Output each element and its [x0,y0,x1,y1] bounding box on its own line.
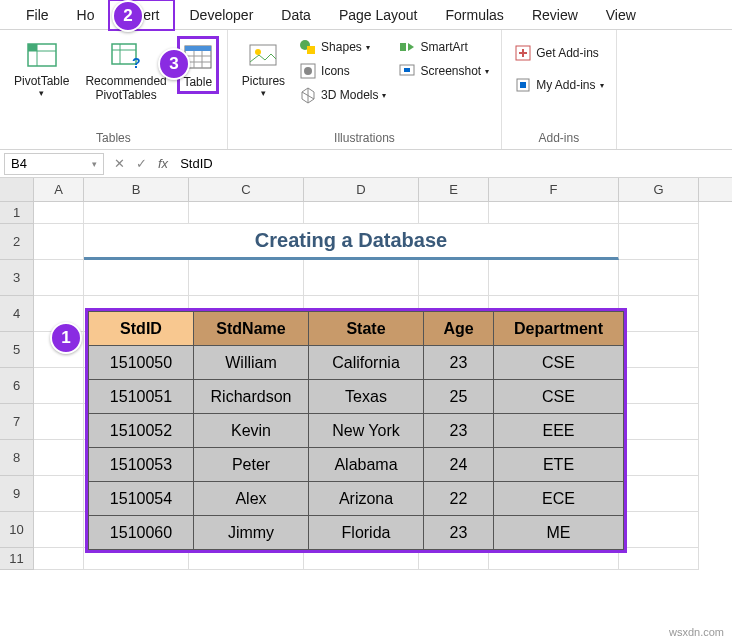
smartart-button[interactable]: SmartArt [394,36,493,58]
tab-review[interactable]: Review [518,1,592,29]
row-header-2[interactable]: 2 [0,224,34,260]
tab-view[interactable]: View [592,1,650,29]
table-cell[interactable]: 1510054 [89,482,194,516]
col-header-B[interactable]: B [84,178,189,201]
col-header-A[interactable]: A [34,178,84,201]
cell-A10[interactable] [34,512,84,548]
col-header-E[interactable]: E [419,178,489,201]
icons-button[interactable]: Icons [295,60,390,82]
table-cell[interactable]: Jimmy [194,516,309,550]
cell-A2[interactable] [34,224,84,260]
cancel-icon[interactable]: ✕ [108,153,130,175]
table-cell[interactable]: Arizona [309,482,424,516]
get-addins-button[interactable]: Get Add-ins [510,42,607,64]
cell-E3[interactable] [419,260,489,296]
cell-G8[interactable] [619,440,699,476]
cell-A9[interactable] [34,476,84,512]
cell-A6[interactable] [34,368,84,404]
cell-E1[interactable] [419,202,489,224]
table-cell[interactable]: Richardson [194,380,309,414]
cell-B3[interactable] [84,260,189,296]
cell-G4[interactable] [619,296,699,332]
row-header-7[interactable]: 7 [0,404,34,440]
row-header-4[interactable]: 4 [0,296,34,332]
table-cell[interactable]: 1510052 [89,414,194,448]
table-header-department[interactable]: Department [494,312,624,346]
table-cell[interactable]: 1510051 [89,380,194,414]
name-box[interactable]: B4 ▾ [4,153,104,175]
cell-G7[interactable] [619,404,699,440]
table-cell[interactable]: CSE [494,380,624,414]
shapes-button[interactable]: Shapes ▾ [295,36,390,58]
cell-G2[interactable] [619,224,699,260]
row-header-9[interactable]: 9 [0,476,34,512]
row-header-8[interactable]: 8 [0,440,34,476]
table-cell[interactable]: 23 [424,346,494,380]
table-header-state[interactable]: State [309,312,424,346]
table-cell[interactable]: Texas [309,380,424,414]
row-header-1[interactable]: 1 [0,202,34,224]
table-cell[interactable]: William [194,346,309,380]
cell-G11[interactable] [619,548,699,570]
select-all-corner[interactable] [0,178,34,201]
cell-A1[interactable] [34,202,84,224]
cell-A11[interactable] [34,548,84,570]
tab-ho[interactable]: Ho [63,1,109,29]
table-cell[interactable]: 22 [424,482,494,516]
cell-D3[interactable] [304,260,419,296]
cell-D1[interactable] [304,202,419,224]
table-cell[interactable]: 1510060 [89,516,194,550]
cell-G10[interactable] [619,512,699,548]
table-cell[interactable]: 1510053 [89,448,194,482]
table-cell[interactable]: Peter [194,448,309,482]
col-header-C[interactable]: C [189,178,304,201]
row-header-10[interactable]: 10 [0,512,34,548]
table-cell[interactable]: CSE [494,346,624,380]
table-header-stdname[interactable]: StdName [194,312,309,346]
table-cell[interactable]: 25 [424,380,494,414]
cell-C1[interactable] [189,202,304,224]
enter-icon[interactable]: ✓ [130,153,152,175]
cell-A3[interactable] [34,260,84,296]
tab-data[interactable]: Data [267,1,325,29]
table-cell[interactable]: ME [494,516,624,550]
table-cell[interactable]: 1510050 [89,346,194,380]
col-header-G[interactable]: G [619,178,699,201]
screenshot-button[interactable]: Screenshot ▾ [394,60,493,82]
table-cell[interactable]: EEE [494,414,624,448]
tab-file[interactable]: File [12,1,63,29]
tab-page layout[interactable]: Page Layout [325,1,432,29]
cell-F1[interactable] [489,202,619,224]
table-cell[interactable]: Florida [309,516,424,550]
row-header-6[interactable]: 6 [0,368,34,404]
table-cell[interactable]: 23 [424,516,494,550]
tab-developer[interactable]: Developer [175,1,267,29]
table-header-stdid[interactable]: StdID [89,312,194,346]
cell-B1[interactable] [84,202,189,224]
table-cell[interactable]: 24 [424,448,494,482]
row-header-5[interactable]: 5 [0,332,34,368]
table-cell[interactable]: New York [309,414,424,448]
row-header-11[interactable]: 11 [0,548,34,570]
col-header-D[interactable]: D [304,178,419,201]
col-header-F[interactable]: F [489,178,619,201]
pictures-button[interactable]: Pictures ▾ [236,36,291,102]
pivottable-button[interactable]: PivotTable ▾ [8,36,75,102]
cell-F3[interactable] [489,260,619,296]
table-cell[interactable]: California [309,346,424,380]
table-cell[interactable]: Kevin [194,414,309,448]
table-cell[interactable]: ECE [494,482,624,516]
fx-icon[interactable]: fx [152,156,174,171]
table-cell[interactable]: ETE [494,448,624,482]
3dmodels-button[interactable]: 3D Models ▾ [295,84,390,106]
my-addins-button[interactable]: My Add-ins ▾ [510,74,607,96]
cell-C3[interactable] [189,260,304,296]
table-header-age[interactable]: Age [424,312,494,346]
row-header-3[interactable]: 3 [0,260,34,296]
cell-G6[interactable] [619,368,699,404]
cell-G5[interactable] [619,332,699,368]
formula-input[interactable] [174,153,732,175]
cell-A7[interactable] [34,404,84,440]
cell-A8[interactable] [34,440,84,476]
table-cell[interactable]: Alex [194,482,309,516]
